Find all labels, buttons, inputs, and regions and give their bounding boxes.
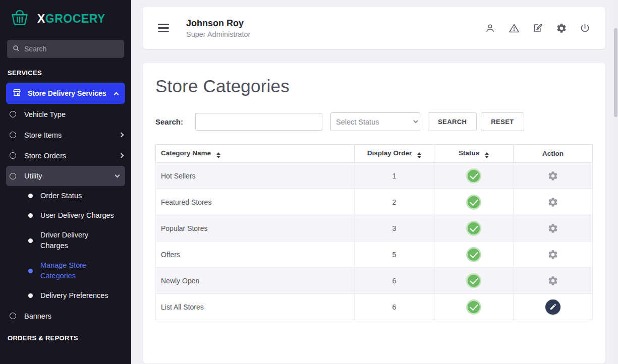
display-order-cell: 6: [355, 294, 434, 320]
sidebar-item-label: Utility: [24, 172, 42, 180]
power-icon[interactable]: [580, 23, 590, 33]
sidebar-item-banners[interactable]: Banners: [0, 306, 131, 326]
status-active-icon: [466, 195, 481, 210]
sidebar-item-vehicle-type[interactable]: Vehicle Type: [0, 104, 131, 125]
sidebar-item-store-items[interactable]: Store Items: [0, 125, 131, 145]
search-icon: [12, 44, 20, 54]
categories-table: Category Name Display Order Status Actio…: [155, 144, 593, 320]
column-header-display-order[interactable]: Display Order: [355, 145, 434, 163]
main-area: Johnson Roy Super Administrator: [131, 0, 618, 364]
sidebar-item-label: Store Items: [24, 131, 62, 139]
circle-icon: [10, 132, 16, 138]
sidebar-subitem-driver-delivery-charges[interactable]: Driver Delivery Charges: [0, 225, 131, 256]
scrollbar-thumb[interactable]: [614, 28, 617, 117]
chevron-up-icon: [114, 92, 119, 97]
menu-button[interactable]: [158, 22, 169, 35]
sidebar-subitem-order-status[interactable]: Order Status: [0, 186, 131, 206]
row-edit-button[interactable]: [545, 299, 560, 315]
row-settings-button[interactable]: [547, 223, 558, 234]
sidebar-search: [7, 40, 124, 58]
sidebar-subitem-delivery-preferences[interactable]: Delivery Preferences: [0, 286, 131, 306]
table-row: Featured Stores 2: [156, 189, 593, 215]
status-active-icon: [466, 168, 481, 184]
subitem-label: Delivery Preferences: [40, 290, 108, 301]
row-settings-button[interactable]: [547, 275, 558, 286]
topbar: Johnson Roy Super Administrator: [143, 7, 605, 49]
row-settings-button[interactable]: [547, 197, 558, 208]
sidebar-item-store-orders[interactable]: Store Orders: [0, 145, 131, 166]
filter-row: Search: Select Status SEARCH RESET: [155, 112, 593, 131]
warning-icon[interactable]: [508, 23, 520, 34]
status-select[interactable]: Select Status: [330, 112, 420, 131]
sidebar: XGROCERY SERVICES Store Delivery Service…: [0, 0, 131, 364]
circle-icon: [10, 313, 16, 319]
brand-name: XGROCERY: [37, 12, 105, 26]
category-search-input[interactable]: [195, 113, 322, 131]
column-header-category-name[interactable]: Category Name: [156, 145, 355, 163]
sort-icon: [485, 152, 489, 158]
table-header-row: Category Name Display Order Status Actio…: [156, 145, 593, 163]
status-active-icon: [466, 299, 481, 315]
status-active-icon: [466, 247, 481, 262]
category-name-cell: Newly Open: [156, 268, 355, 294]
grocery-basket-icon: [8, 7, 31, 31]
user-name: Johnson Roy: [186, 18, 250, 29]
reset-button[interactable]: RESET: [481, 112, 524, 131]
column-header-status[interactable]: Status: [434, 145, 514, 163]
status-active-icon: [466, 273, 481, 288]
form-edit-icon[interactable]: [533, 23, 543, 34]
bullet-icon: [28, 293, 33, 298]
table-row: Offers 5: [156, 241, 593, 268]
table-row: Newly Open 6: [156, 268, 593, 294]
display-order-cell: 3: [355, 215, 434, 241]
sidebar-item-label: Store Delivery Services: [28, 89, 106, 97]
section-services: SERVICES: [0, 58, 131, 82]
circle-icon: [10, 173, 16, 179]
sidebar-subitem-user-delivery-charges[interactable]: User Delivery Charges: [0, 206, 131, 225]
table-row: Popular Stores 3: [156, 215, 593, 241]
column-header-action: Action: [514, 145, 593, 163]
bullet-icon: [28, 269, 33, 273]
table-row: List All Stores 6: [156, 294, 593, 320]
bullet-icon: [28, 238, 33, 243]
sidebar-item-store-delivery-services[interactable]: Store Delivery Services: [6, 83, 125, 104]
subitem-label: Order Status: [40, 191, 82, 201]
category-name-cell: Offers: [156, 241, 355, 268]
store-categories-card: Store Categories Search: Select Status S…: [143, 63, 605, 363]
subitem-label: Manage Store Categories: [40, 260, 116, 281]
user-role: Super Administrator: [186, 30, 250, 38]
sort-icon: [216, 152, 220, 158]
row-settings-button[interactable]: [547, 170, 558, 181]
subitem-label: User Delivery Charges: [40, 210, 114, 221]
sidebar-search-input[interactable]: [7, 40, 124, 58]
search-label: Search:: [155, 117, 183, 126]
table-row: Hot Sellers 1: [156, 163, 593, 189]
storefront-icon: [12, 88, 22, 99]
sidebar-item-label: Store Orders: [24, 152, 66, 160]
sidebar-item-label: Vehicle Type: [24, 110, 66, 118]
hamburger-icon: [158, 24, 169, 25]
subitem-label: Driver Delivery Charges: [40, 230, 116, 251]
circle-icon: [10, 152, 16, 159]
section-orders-reports: ORDERS & REPORTS: [0, 326, 131, 347]
sidebar-subitem-manage-store-categories[interactable]: Manage Store Categories: [0, 256, 131, 286]
sidebar-item-utility[interactable]: Utility: [6, 166, 125, 186]
chevron-right-icon: [119, 133, 124, 138]
display-order-cell: 1: [355, 163, 434, 189]
category-name-cell: Featured Stores: [156, 189, 355, 215]
user-icon[interactable]: [485, 23, 495, 34]
row-settings-button[interactable]: [547, 249, 558, 260]
page-title: Store Categories: [155, 76, 593, 96]
user-block: Johnson Roy Super Administrator: [186, 18, 250, 38]
chevron-down-icon: [115, 173, 120, 178]
category-name-cell: Hot Sellers: [156, 163, 355, 189]
circle-icon: [10, 111, 16, 117]
display-order-cell: 5: [355, 241, 434, 268]
category-name-cell: Popular Stores: [156, 215, 355, 241]
brand-logo[interactable]: XGROCERY: [0, 0, 131, 36]
status-active-icon: [466, 221, 481, 236]
search-button[interactable]: SEARCH: [428, 112, 477, 131]
chevron-right-icon: [119, 153, 124, 158]
bullet-icon: [28, 194, 33, 198]
gear-icon[interactable]: [556, 23, 567, 34]
